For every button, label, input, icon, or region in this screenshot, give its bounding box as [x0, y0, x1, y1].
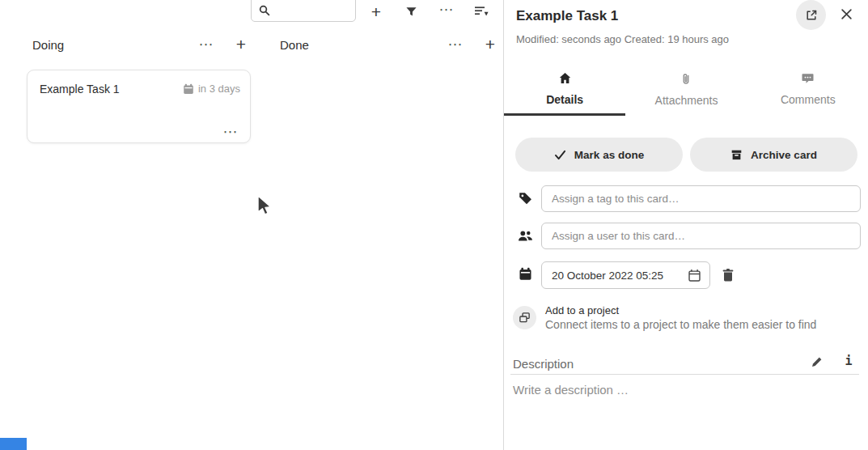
project-stack-icon: [519, 312, 531, 324]
add-to-project-title[interactable]: Add to a project: [545, 304, 619, 316]
archive-card-button[interactable]: Archive card: [690, 138, 857, 172]
home-icon: [558, 72, 572, 85]
column-done-more-button[interactable]: ⋯: [446, 37, 465, 52]
panel-title: Example Task 1: [516, 8, 618, 24]
tag-input[interactable]: [542, 186, 860, 211]
card-more-button[interactable]: ⋯: [221, 125, 240, 139]
ellipsis-icon: ⋯: [199, 37, 214, 52]
info-icon: i: [845, 354, 852, 368]
description-placeholder[interactable]: Write a description …: [513, 383, 629, 397]
description-separator: [510, 374, 859, 375]
due-date-value: 20 October 2022 05:25: [552, 270, 688, 282]
search-icon: [252, 5, 270, 21]
column-title-doing: Doing: [32, 38, 64, 52]
archive-icon: [730, 149, 743, 161]
mark-as-done-label: Mark as done: [574, 149, 644, 161]
add-to-project-subtitle: Connect items to a project to make them …: [545, 318, 816, 331]
column-doing-add-button[interactable]: +: [231, 34, 251, 53]
filter-icon: [405, 6, 417, 18]
add-card-toolbar-button[interactable]: +: [366, 1, 387, 22]
mark-as-done-button[interactable]: Mark as done: [515, 138, 683, 172]
plus-icon: +: [485, 36, 495, 53]
description-info-button[interactable]: i: [840, 353, 857, 369]
plus-icon: +: [236, 36, 246, 53]
panel-tabs: Details Attachments Comments: [504, 65, 868, 116]
archive-card-label: Archive card: [751, 149, 817, 161]
ellipsis-icon: ⋯: [448, 37, 464, 52]
paperclip-icon: [680, 72, 692, 86]
comment-icon: [801, 72, 815, 85]
mouse-cursor: [256, 194, 273, 219]
app-window: + ⋯ Doing ⋯ + Done ⋯ +: [0, 0, 868, 450]
column-title-done: Done: [280, 38, 309, 52]
tab-details-label: Details: [546, 93, 583, 106]
more-options-button[interactable]: ⋯: [438, 2, 455, 17]
card-title: Example Task 1: [40, 83, 120, 96]
kanban-board: + ⋯ Doing ⋯ + Done ⋯ +: [0, 0, 503, 450]
edit-description-button[interactable]: [808, 354, 826, 370]
pencil-icon: [811, 355, 824, 368]
search-input[interactable]: [270, 2, 419, 21]
card-detail-panel: Example Task 1 Modified: seconds ago Cre…: [503, 0, 868, 450]
sort-list-icon: [474, 5, 489, 18]
close-icon: [840, 8, 853, 20]
search-box[interactable]: [251, 0, 356, 22]
remove-due-date-button[interactable]: [719, 265, 737, 283]
task-card[interactable]: Example Task 1 in 3 days ⋯: [27, 70, 251, 143]
calendar-icon: [183, 83, 194, 95]
calendar-icon: [519, 267, 532, 281]
ellipsis-icon: ⋯: [223, 125, 239, 139]
tab-comments[interactable]: Comments: [747, 65, 868, 116]
users-icon: [518, 229, 533, 243]
user-input[interactable]: [542, 223, 860, 248]
tab-attachments[interactable]: Attachments: [625, 65, 747, 116]
tag-icon: [519, 192, 532, 206]
column-doing-more-button[interactable]: ⋯: [197, 37, 216, 52]
check-icon: [554, 150, 566, 160]
plus-icon: +: [371, 3, 381, 20]
filter-button[interactable]: [403, 3, 419, 19]
panel-meta: Modified: seconds ago Created: 19 hours …: [516, 33, 729, 45]
tab-comments-label: Comments: [781, 93, 836, 106]
trash-icon: [722, 268, 735, 282]
selection-rect: [0, 438, 27, 450]
column-done-add-button[interactable]: +: [481, 34, 500, 53]
close-panel-button[interactable]: [839, 6, 853, 21]
open-in-window-button[interactable]: [796, 0, 826, 30]
external-link-icon: [805, 9, 818, 22]
due-date-field[interactable]: 20 October 2022 05:25: [541, 261, 710, 289]
sort-view-button[interactable]: [472, 3, 490, 19]
tab-attachments-label: Attachments: [655, 94, 718, 107]
user-input-field[interactable]: [541, 223, 861, 249]
card-due-date: in 3 days: [183, 83, 240, 95]
tag-input-field[interactable]: [541, 185, 861, 212]
calendar-picker-icon[interactable]: [688, 269, 701, 282]
tab-details[interactable]: Details: [504, 65, 625, 116]
card-due-label: in 3 days: [198, 83, 240, 95]
add-to-project-row[interactable]: [513, 306, 536, 329]
description-label: Description: [513, 357, 574, 371]
ellipsis-icon: ⋯: [439, 2, 455, 17]
